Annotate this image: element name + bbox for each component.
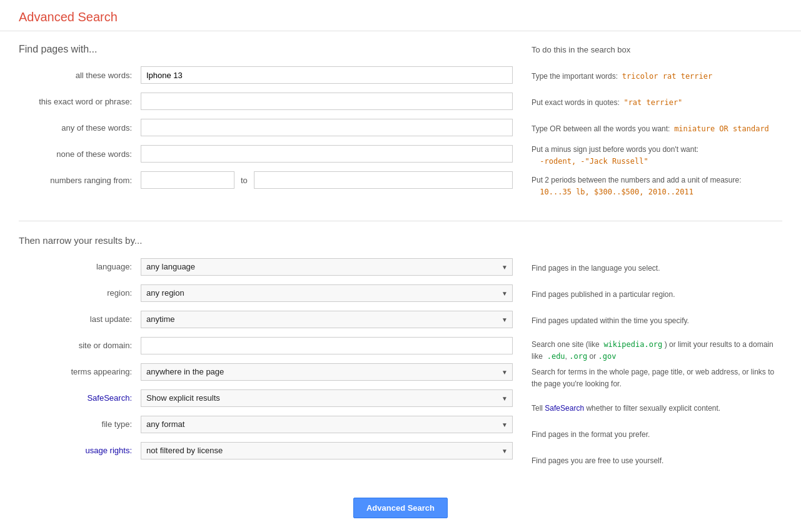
terms-hint: Search for terms in the whole page, page… <box>531 365 782 391</box>
file-type-hint: Find pages in the format you prefer. <box>531 426 782 444</box>
numbers-from-input[interactable] <box>141 171 234 189</box>
exact-word-label: this exact word or phrase: <box>19 97 141 106</box>
any-of-these-label: any of these words: <box>19 123 141 133</box>
last-update-hint: Find pages updated within the time you s… <box>531 313 782 330</box>
usage-rights-hint: Find pages you are free to use yourself. <box>531 453 782 470</box>
all-words-hint: Type the important words: tricolor rat t… <box>531 68 782 86</box>
usage-rights-label: usage rights: <box>19 446 141 455</box>
page-title: Advanced Search <box>19 10 782 24</box>
narrow-results-title: Then narrow your results by... <box>19 234 513 247</box>
numbers-range-row: numbers ranging from: to <box>19 171 513 189</box>
range-to-label: to <box>241 176 248 185</box>
site-domain-input[interactable] <box>141 337 513 354</box>
region-select[interactable]: any region United States United Kingdom <box>141 284 513 302</box>
none-of-these-label: none of these words: <box>19 149 141 159</box>
last-update-label: last update: <box>19 314 141 324</box>
language-hint: Find pages in the language you select. <box>531 260 782 278</box>
advanced-search-button[interactable]: Advanced Search <box>353 498 448 518</box>
region-row: region: any region United States United … <box>19 284 513 302</box>
last-update-select[interactable]: anytime past 24 hours past week past mon… <box>141 311 513 328</box>
terms-appearing-select[interactable]: anywhere in the page in the title of the… <box>141 363 513 381</box>
none-of-these-input[interactable] <box>141 145 513 163</box>
file-type-label: file type: <box>19 419 141 429</box>
language-row: language: any language English French Ge… <box>19 258 513 276</box>
usage-rights-select[interactable]: not filtered by license free to use or s… <box>141 442 513 459</box>
file-type-row: file type: any format Adobe Acrobat PDF … <box>19 416 513 433</box>
exact-word-row: this exact word or phrase: <box>19 93 513 110</box>
terms-appearing-row: terms appearing: anywhere in the page in… <box>19 363 513 381</box>
usage-rights-row: usage rights: not filtered by license fr… <box>19 442 513 459</box>
to-do-title: To do this in the search box <box>531 44 782 57</box>
find-pages-title: Find pages with... <box>19 44 513 55</box>
safesearch-hint: Tell SafeSearch whether to filter sexual… <box>531 400 782 418</box>
exact-word-hint: Put exact words in quotes: "rat terrier" <box>531 94 782 112</box>
safesearch-row: SafeSearch: Show explicit results Filter… <box>19 389 513 407</box>
all-these-words-label: all these words: <box>19 71 141 80</box>
last-update-row: last update: anytime past 24 hours past … <box>19 311 513 328</box>
numbers-hint: Put 2 periods between the numbers and ad… <box>531 173 782 199</box>
any-of-these-input[interactable] <box>141 119 513 136</box>
none-words-hint: Put a minus sign just before words you d… <box>531 147 782 164</box>
site-domain-label: site or domain: <box>19 341 141 350</box>
safesearch-select[interactable]: Show explicit results Filter explicit re… <box>141 389 513 407</box>
region-hint: Find pages published in a particular reg… <box>531 286 782 304</box>
terms-appearing-label: terms appearing: <box>19 367 141 376</box>
all-these-words-input[interactable] <box>141 66 513 84</box>
file-type-select[interactable]: any format Adobe Acrobat PDF (.pdf) Micr… <box>141 416 513 433</box>
any-words-hint: Type OR between all the words you want: … <box>531 121 782 138</box>
region-label: region: <box>19 288 141 298</box>
language-label: language: <box>19 262 141 271</box>
submit-row: Advanced Search <box>19 498 782 518</box>
numbers-range-label: numbers ranging from: <box>19 176 141 185</box>
numbers-to-input[interactable] <box>254 171 513 189</box>
language-select[interactable]: any language English French German Spani… <box>141 258 513 276</box>
none-of-these-row: none of these words: <box>19 145 513 163</box>
site-domain-hint: Search one site (like wikipedia.org ) or… <box>531 339 782 356</box>
site-domain-row: site or domain: <box>19 337 513 354</box>
exact-word-input[interactable] <box>141 93 513 110</box>
safesearch-label: SafeSearch: <box>19 393 141 403</box>
all-these-words-row: all these words: <box>19 66 513 84</box>
any-of-these-row: any of these words: <box>19 119 513 136</box>
